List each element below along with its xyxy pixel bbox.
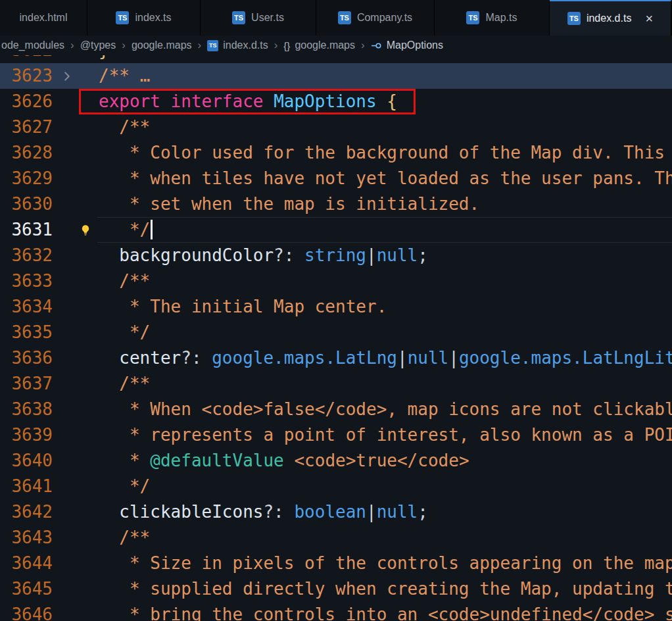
token-plain[interactable]: | [366,245,377,265]
token-plain[interactable]: ?: [181,348,212,368]
token-prop[interactable]: clickableIcons [99,502,263,522]
code-line[interactable]: 3641 */ [0,474,672,499]
token-comment[interactable]: /** [99,528,150,547]
code-line[interactable]: 3632 backgroundColor?: string|null; [0,243,672,268]
line-number[interactable]: 3631 [0,217,53,243]
line-number[interactable]: 3642 [0,499,53,525]
line-number[interactable]: 3623 [0,63,53,89]
token-comment[interactable]: <code>true</code> [284,451,469,470]
code-line[interactable]: 3631 */ [0,217,672,243]
token-plain[interactable]: ?: [274,245,304,265]
code-text[interactable]: /** … [97,63,672,89]
code-text[interactable]: * set when the map is initialized. [97,191,672,217]
token-bracket[interactable]: } [99,55,109,60]
token-blue[interactable]: null [377,502,418,522]
token-blue[interactable]: null [408,348,449,368]
line-number[interactable]: 3644 [0,551,53,576]
line-number[interactable]: 3641 [0,474,53,499]
token-prop[interactable]: center [99,348,181,368]
code-text[interactable]: * bring the controls into an <code>undef… [97,602,672,621]
line-number[interactable]: 3636 [0,345,53,371]
code-line[interactable]: 3630 * set when the map is initialized. [0,191,672,217]
token-kw[interactable]: interface [171,91,264,111]
token-comment[interactable]: * The initial Map center. [99,297,387,316]
line-number[interactable]: 3639 [0,422,53,448]
token-tag[interactable]: @defaultValue [150,451,284,470]
token-plain[interactable]: | [448,348,459,368]
line-number[interactable]: 3635 [0,320,53,345]
code-text[interactable]: * supplied directly when creating the Ma… [97,576,672,602]
token-comment[interactable]: * set when the map is initialized. [99,194,479,214]
tab-index.d.ts[interactable]: TSindex.d.ts× [550,0,671,36]
tab-index.html[interactable]: index.html [0,0,87,36]
lightbulb-icon[interactable] [80,224,91,236]
code-line[interactable]: 3645 * supplied directly when creating t… [0,576,672,602]
token-blue[interactable]: boolean [294,502,366,522]
code-editor[interactable]: 3622}3623/** …3626export interface MapOp… [0,55,672,621]
code-line[interactable]: 3622} [0,55,672,63]
token-comment[interactable]: */ [99,322,150,342]
token-plain[interactable]: ; [418,502,428,522]
code-text[interactable]: /** [97,371,672,397]
token-comment[interactable]: * Size in pixels of the controls appeari… [99,553,672,573]
line-number[interactable]: 3637 [0,371,53,397]
tab-Map.ts[interactable]: TSMap.ts [435,0,550,36]
code-line[interactable]: 3636 center?: google.maps.LatLng|null|go… [0,345,672,371]
code-text[interactable]: * when tiles have not yet loaded as the … [97,166,672,191]
token-comment[interactable]: * Color used for the background of the M… [99,143,672,162]
token-plain[interactable]: | [366,502,377,522]
code-line[interactable]: 3633 /** [0,268,672,294]
code-line[interactable]: 3637 /** [0,371,672,397]
code-line[interactable]: 3639 * represents a point of interest, a… [0,422,672,448]
token-plain[interactable]: ?: [263,502,294,522]
token-comment[interactable]: … [140,66,151,86]
code-text[interactable]: * @defaultValue <code>true</code> [97,448,672,474]
breadcrumb-item-google.maps[interactable]: {}google.maps [283,39,355,51]
fold-collapsed-icon[interactable] [61,70,73,82]
line-number[interactable]: 3633 [0,268,53,294]
token-comment[interactable]: /** [99,66,140,86]
breadcrumb-item-ode_modules[interactable]: ode_modules [1,39,64,51]
line-number[interactable]: 3626 [0,89,53,114]
code-line[interactable]: 3635 */ [0,320,672,345]
line-number[interactable]: 3634 [0,294,53,320]
code-text[interactable]: */ [97,474,672,499]
code-text[interactable]: /** [97,525,672,551]
token-comment[interactable]: * supplied directly when creating the Ma… [99,579,672,599]
breadcrumb-item-MapOptions[interactable]: MapOptions [371,39,443,51]
code-line[interactable]: 3646 * bring the controls into an <code>… [0,602,672,621]
token-comment[interactable]: /** [99,374,150,393]
token-blue[interactable]: null [377,245,418,265]
token-comment[interactable]: * when tiles have not yet loaded as the … [99,168,672,188]
code-line[interactable]: 3644 * Size in pixels of the controls ap… [0,551,672,576]
line-number[interactable]: 3632 [0,243,53,268]
token-plain[interactable]: | [397,348,408,368]
token-blue[interactable]: google.maps.LatLng [212,348,397,368]
code-text[interactable]: * represents a point of interest, also k… [97,422,672,448]
code-line[interactable]: 3640 * @defaultValue <code>true</code> [0,448,672,474]
code-text[interactable]: export interface MapOptions { [97,89,672,114]
token-plain[interactable] [160,91,171,111]
breadcrumb-item-@types[interactable]: @types [80,39,116,51]
line-number[interactable]: 3630 [0,191,53,217]
code-line[interactable]: 3628 * Color used for the background of … [0,140,672,166]
code-line[interactable]: 3629 * when tiles have not yet loaded as… [0,166,672,191]
breadcrumb-item-index.d.ts[interactable]: TSindex.d.ts [207,39,268,51]
token-comment[interactable]: */ [99,220,150,239]
code-text[interactable]: /** [97,114,672,140]
code-line[interactable]: 3627 /** [0,114,672,140]
token-plain[interactable] [377,91,387,111]
token-bracket[interactable]: { [387,91,397,111]
code-text[interactable]: * When <code>false</code>, map icons are… [97,397,672,422]
code-line[interactable]: 3634 * The initial Map center. [0,294,672,320]
breadcrumb-item-google.maps[interactable]: google.maps [132,39,192,51]
code-text[interactable]: /** [97,268,672,294]
line-number[interactable]: 3646 [0,602,53,621]
token-comment[interactable]: * bring the controls into an <code>undef… [99,605,672,621]
line-number[interactable]: 3645 [0,576,53,602]
close-icon[interactable]: × [645,12,653,25]
token-comment[interactable]: * [99,451,150,470]
code-line[interactable]: 3642 clickableIcons?: boolean|null; [0,499,672,525]
token-blue[interactable]: google.maps.LatLngLiteral [459,348,672,368]
code-line[interactable]: 3626export interface MapOptions { [0,89,672,114]
